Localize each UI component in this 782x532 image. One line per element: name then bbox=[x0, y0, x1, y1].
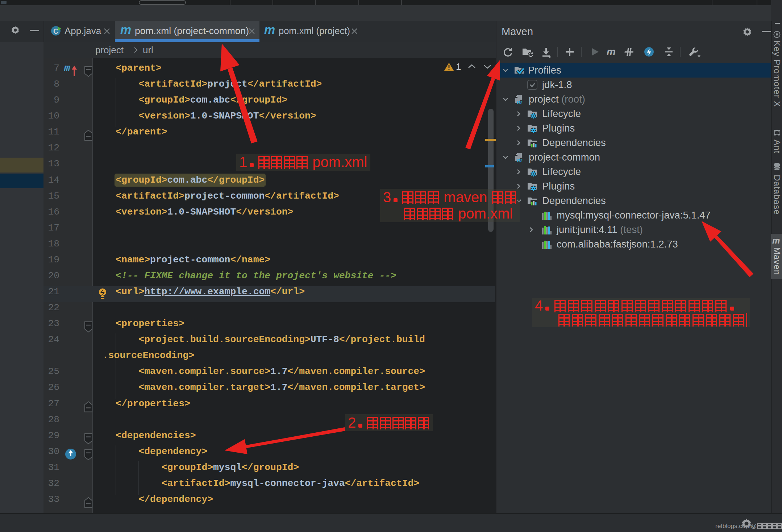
svg-text:m: m bbox=[517, 157, 522, 162]
svg-text:m: m bbox=[517, 99, 522, 104]
svg-text:m: m bbox=[607, 46, 616, 57]
